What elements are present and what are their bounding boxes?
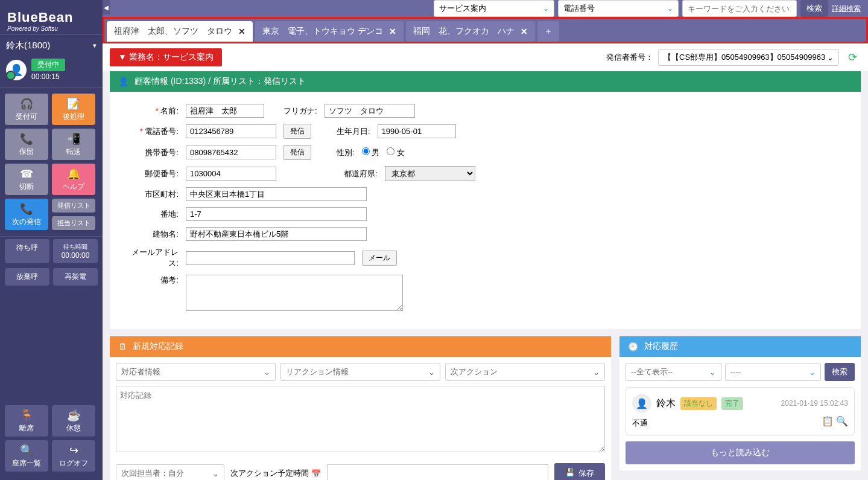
record-textarea[interactable]	[116, 386, 605, 452]
sidebar-collapse-button[interactable]: ◀	[103, 0, 110, 14]
customer-info-panel: 👤顧客情報 (ID:1333) / 所属リスト：発信リスト 名前: フリガナ: …	[110, 71, 861, 329]
kana-input[interactable]	[325, 104, 415, 118]
status-badge: 受付中	[31, 59, 65, 71]
gender-female-radio[interactable]: 女	[387, 147, 405, 158]
hold-icon: 📞	[20, 132, 33, 146]
logo-sub: Powered by Softsu	[7, 25, 95, 32]
call-mobile-button[interactable]: 発信	[284, 145, 311, 160]
avatar: 👤	[6, 60, 27, 80]
out-list-button[interactable]: 発信リスト	[52, 199, 95, 213]
street-label: 番地:	[124, 209, 179, 220]
history-header: 🕘対応履歴	[619, 336, 861, 357]
call-tel-button[interactable]: 発信	[284, 124, 311, 139]
mobile-input[interactable]	[186, 146, 276, 159]
history-search-button[interactable]: 検索	[825, 363, 855, 381]
clock-icon: 🕘	[628, 342, 638, 351]
gender-label: 性別:	[337, 147, 355, 158]
mail-button[interactable]: メール	[362, 251, 397, 266]
business-name-tag: ▼ 業務名：サービス案内	[110, 48, 222, 66]
tab-customer-2[interactable]: 東京 電子、トウキョウ デンコ✕	[255, 21, 404, 42]
search-category-select[interactable]: サービス案内⌄	[434, 0, 554, 17]
note-icon[interactable]: 📋	[822, 415, 834, 429]
chevron-down-icon: ⌄	[428, 368, 435, 377]
bell-icon: 🔔	[67, 167, 80, 181]
name-label: 名前:	[124, 106, 179, 117]
chevron-down-icon: ⌄	[667, 4, 673, 13]
zip-input[interactable]	[186, 167, 276, 181]
gender-male-radio[interactable]: 男	[362, 147, 380, 158]
help-button[interactable]: 🔔ヘルプ	[52, 164, 95, 195]
next-action-time-input[interactable]	[327, 464, 548, 480]
break-button[interactable]: ☕休憩	[52, 405, 95, 437]
detail-icon[interactable]: 🔍	[836, 415, 848, 429]
close-icon[interactable]: ✕	[521, 27, 528, 36]
history-item[interactable]: 👤 鈴木 該当なし 完了 2021-01-19 15:02:43 不通 📋🔍	[626, 387, 855, 435]
search-field-select[interactable]: 電話番号⌄	[558, 0, 679, 17]
logout-icon: ↪	[69, 444, 78, 457]
history-panel: 🕘対応履歴 --全て表示--⌄ ----⌄ 検索 👤 鈴木 該当なし	[619, 336, 861, 480]
business-row: ▼ 業務名：サービス案内 発信者番号： 【【CS部専用】05054909963】…	[103, 43, 868, 71]
elapsed-time: 00:00:15	[31, 72, 65, 81]
chevron-down-icon: ▾	[93, 42, 97, 50]
search-input[interactable]	[682, 0, 797, 17]
load-more-button[interactable]: もっと読み込む	[626, 441, 855, 464]
chevron-down-icon: ⌄	[212, 469, 219, 478]
street-input[interactable]	[186, 207, 367, 221]
recall-button[interactable]: 再架電	[53, 268, 98, 286]
close-icon[interactable]: ✕	[389, 27, 396, 36]
next-call-button[interactable]: 📞次の発信	[5, 199, 48, 230]
logo: BlueBean Powered by Softsu	[0, 0, 103, 34]
tab-add-button[interactable]: ＋	[537, 21, 559, 42]
away-button[interactable]: 🪑離席	[5, 405, 48, 437]
agent-status: 👤 受付中 00:00:15	[0, 56, 103, 87]
caller-number-select[interactable]: 【【CS部専用】05054909963】05054909963⌄	[658, 49, 839, 66]
search-button[interactable]: 検索	[800, 0, 828, 17]
ready-button[interactable]: 🎧受付可	[5, 94, 48, 125]
next-assignee-select[interactable]: 次回担当者：自分⌄	[116, 464, 224, 480]
advanced-search-link[interactable]: 詳細検索	[832, 4, 861, 14]
refresh-button[interactable]: ⟳	[844, 49, 861, 66]
waiting-calls-button[interactable]: 待ち呼	[5, 239, 49, 263]
calendar-icon: 📅	[311, 469, 321, 478]
memo-label: 備考:	[124, 275, 179, 286]
city-input[interactable]	[186, 187, 367, 201]
list-icon: 🔍	[20, 444, 33, 457]
logo-main: BlueBean	[7, 10, 95, 25]
city-label: 市区町村:	[124, 189, 179, 200]
phone-icon: 📞	[20, 202, 33, 216]
name-input[interactable]	[186, 104, 264, 118]
history-filter-1[interactable]: --全て表示--⌄	[626, 363, 721, 381]
transfer-icon: 📲	[67, 132, 80, 146]
chevron-down-icon: ⌄	[709, 368, 716, 377]
abandoned-calls-button[interactable]: 放棄呼	[5, 268, 49, 286]
logoff-button[interactable]: ↪ログオフ	[52, 440, 95, 472]
reaction-select[interactable]: リアクション情報⌄	[280, 363, 440, 381]
building-input[interactable]	[186, 227, 367, 241]
assign-list-button[interactable]: 担当リスト	[52, 216, 95, 230]
seats-button[interactable]: 🔍座席一覧	[5, 440, 48, 472]
hangup-button[interactable]: ☎切断	[5, 164, 48, 195]
tel-input[interactable]	[186, 124, 276, 138]
agent-selector[interactable]: 鈴木(1800) ▾	[0, 35, 103, 56]
history-timestamp: 2021-01-19 15:02:43	[781, 399, 848, 408]
pref-select[interactable]: 東京都	[385, 166, 475, 181]
save-button[interactable]: 💾保存	[554, 463, 605, 480]
plus-icon: ＋	[544, 26, 553, 37]
close-icon[interactable]: ✕	[238, 27, 246, 36]
next-action-select[interactable]: 次アクション⌄	[445, 363, 605, 381]
memo-textarea[interactable]	[186, 275, 403, 311]
birth-input[interactable]	[378, 124, 456, 138]
postprocess-button[interactable]: 📝後処理	[52, 94, 95, 125]
clipboard-icon: 🗓	[118, 342, 127, 351]
transfer-button[interactable]: 📲転送	[52, 129, 95, 160]
hold-button[interactable]: 📞保留	[5, 129, 48, 160]
email-input[interactable]	[186, 251, 355, 265]
topbar: サービス案内⌄ 電話番号⌄ 検索 詳細検索	[103, 0, 868, 17]
chevron-down-icon: ⌄	[264, 368, 270, 377]
next-action-time-label: 次アクション予定時間 📅	[230, 468, 321, 479]
coffee-icon: ☕	[67, 409, 80, 422]
tab-customer-3[interactable]: 福岡 花、フクオカ ハナ✕	[406, 21, 535, 42]
tab-customer-1[interactable]: 祖府津 太郎、ソフツ タロウ✕	[107, 21, 253, 42]
history-filter-2[interactable]: ----⌄	[725, 363, 821, 381]
responder-select[interactable]: 対応者情報⌄	[116, 363, 276, 381]
